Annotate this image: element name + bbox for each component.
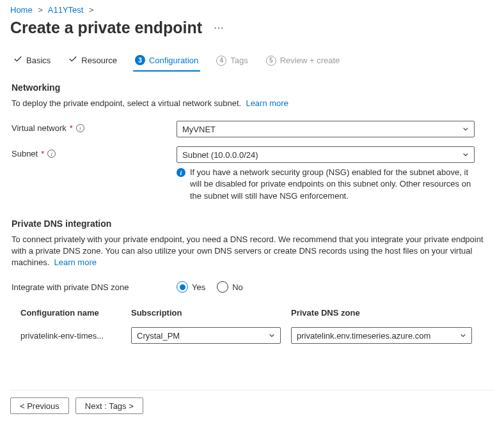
page-title: Create a private endpoint (10, 19, 202, 37)
select-value: Crystal_PM (137, 331, 180, 341)
overflow-menu-icon[interactable]: ⋯ (214, 22, 224, 34)
breadcrumb-a11ytest[interactable]: A11YTest (48, 5, 84, 15)
virtual-network-label: Virtual network * i (12, 121, 177, 133)
label-text: Virtual network (12, 123, 67, 133)
networking-learn-more-link[interactable]: Learn more (246, 98, 288, 108)
tab-basics[interactable]: Basics (12, 51, 52, 71)
breadcrumb-separator: > (89, 5, 94, 15)
content-area: Networking To deploy the private endpoin… (0, 71, 504, 347)
tab-tags[interactable]: 4 Tags (214, 51, 249, 71)
col-header-private-dns-zone: Private DNS zone (291, 308, 472, 318)
radio-dot-icon (217, 281, 228, 293)
select-value: privatelink.env.timeseries.azure.com (297, 331, 430, 341)
networking-desc-text: To deploy the private endpoint, select a… (12, 98, 241, 108)
virtual-network-select[interactable]: MyVNET (177, 121, 475, 137)
previous-button[interactable]: < Previous (10, 397, 69, 414)
tab-label: Review + create (280, 56, 340, 65)
label-text: Subnet (12, 149, 38, 158)
radio-label: No (232, 282, 243, 292)
virtual-network-row: Virtual network * i MyVNET (12, 121, 492, 137)
chevron-down-icon (460, 332, 466, 339)
private-dns-zone-select[interactable]: privatelink.env.timeseries.azure.com (291, 327, 472, 344)
integrate-dns-radio-group: Yes No (177, 280, 475, 293)
subnet-select[interactable]: Subnet (10.0.0.0/24) (177, 146, 475, 163)
tab-label: Basics (26, 56, 51, 65)
dns-config-table: Configuration name Subscription Private … (20, 305, 472, 347)
tab-label: Configuration (149, 56, 198, 65)
breadcrumb-separator: > (38, 5, 43, 15)
required-indicator: * (41, 149, 44, 158)
info-icon[interactable]: i (76, 124, 84, 132)
chevron-down-icon (462, 126, 469, 132)
tab-resource[interactable]: Resource (67, 51, 119, 71)
next-button[interactable]: Next : Tags > (75, 397, 143, 414)
dns-table-header: Configuration name Subscription Private … (20, 305, 472, 324)
integrate-dns-row: Integrate with private DNS zone Yes No (12, 280, 492, 293)
radio-yes[interactable]: Yes (177, 281, 205, 293)
subscription-select[interactable]: Crystal_PM (131, 327, 281, 344)
breadcrumb-home[interactable]: Home (10, 5, 33, 15)
tab-configuration[interactable]: 3 Configuration (133, 51, 200, 72)
dns-heading: Private DNS integration (12, 219, 492, 229)
breadcrumb: Home > A11YTest > (0, 0, 504, 17)
col-header-subscription: Subscription (131, 308, 291, 318)
step-number-icon: 4 (216, 56, 226, 66)
integrate-dns-label: Integrate with private DNS zone (12, 280, 177, 292)
step-number-icon: 3 (135, 55, 145, 65)
col-header-config-name: Configuration name (20, 308, 131, 318)
networking-heading: Networking (12, 82, 492, 93)
nsg-note: i If you have a network security group (… (177, 167, 475, 202)
dns-description: To connect privately with your private e… (12, 234, 492, 269)
check-icon (13, 55, 22, 66)
step-number-icon: 5 (266, 56, 276, 66)
info-icon: i (177, 168, 185, 177)
chevron-down-icon (462, 151, 469, 158)
select-value: MyVNET (182, 125, 216, 134)
subnet-label: Subnet * i (12, 146, 177, 158)
subnet-row: Subnet * i Subnet (10.0.0.0/24) i If you… (12, 146, 492, 202)
tab-label: Tags (230, 56, 248, 65)
wizard-tabs: Basics Resource 3 Configuration 4 Tags 5… (0, 51, 504, 71)
wizard-footer: < Previous Next : Tags > (10, 390, 494, 414)
dns-table-row: privatelink-env-times... Crystal_PM priv… (20, 324, 472, 347)
radio-label: Yes (192, 282, 205, 292)
radio-dot-icon (177, 281, 188, 293)
tab-label: Resource (81, 56, 117, 65)
title-row: Create a private endpoint ⋯ (0, 17, 504, 51)
networking-description: To deploy the private endpoint, select a… (12, 98, 492, 109)
cell-config-name: privatelink-env-times... (20, 331, 131, 341)
required-indicator: * (70, 123, 73, 133)
nsg-note-text: If you have a network security group (NS… (190, 167, 475, 202)
select-value: Subnet (10.0.0.0/24) (182, 150, 258, 160)
check-icon (68, 55, 77, 66)
chevron-down-icon (269, 332, 275, 339)
label-text: Integrate with private DNS zone (12, 282, 129, 292)
info-icon[interactable]: i (47, 150, 56, 158)
dns-learn-more-link[interactable]: Learn more (54, 258, 96, 267)
tab-review-create[interactable]: 5 Review + create (264, 51, 342, 71)
radio-no[interactable]: No (217, 281, 243, 293)
